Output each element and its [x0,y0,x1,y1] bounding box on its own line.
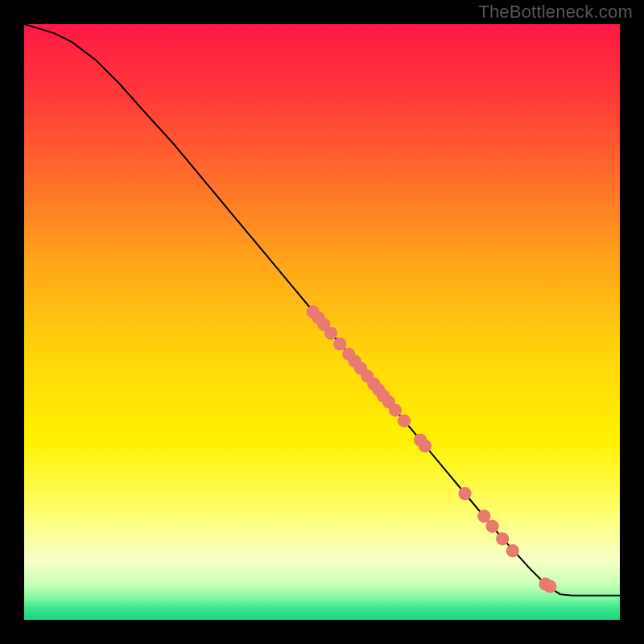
data-marker [458,487,471,500]
data-marker [333,337,346,350]
data-marker [477,510,490,522]
data-marker [506,544,519,557]
chart-container: TheBottleneck.com [0,0,644,644]
data-marker [486,520,499,533]
data-marker [543,580,556,592]
data-marker [419,440,431,452]
data-marker [398,415,411,427]
bottleneck-curve [24,24,620,596]
data-marker [496,532,509,545]
curve-layer [24,24,620,620]
data-marker [324,327,337,340]
plot-area [24,24,620,620]
watermark-text: TheBottleneck.com [478,2,633,23]
data-marker [389,403,402,416]
data-markers [307,305,557,592]
